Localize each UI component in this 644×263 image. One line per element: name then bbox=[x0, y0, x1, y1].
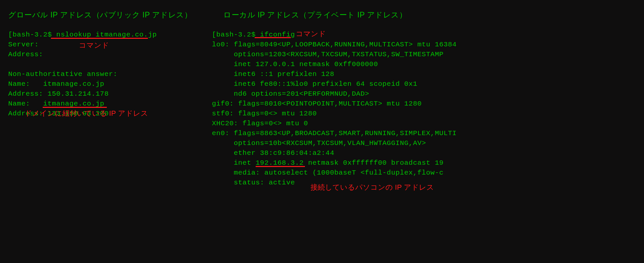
prompt-left: [bash-3.2$ bbox=[8, 31, 56, 38]
command-nslookup: nslookup itmanage.co.jp bbox=[56, 31, 157, 38]
annot-ip-right: 接続しているパソコンの IP アドレス bbox=[310, 182, 434, 192]
ip-local-highlight: 192.168.3.2 bbox=[256, 159, 304, 167]
annot-command-right: コマンド bbox=[296, 29, 326, 39]
annot-ip-left: ドメインに紐付いている IP アドレス bbox=[25, 108, 148, 118]
underline-command-left bbox=[51, 38, 148, 39]
annot-command-left: コマンド bbox=[79, 40, 109, 50]
title-local: ローカル IP アドレス（プライベート IP アドレス） bbox=[223, 10, 506, 20]
container: グローバル IP アドレス（パブリック IP アドレス） [bash-3.2$ … bbox=[0, 0, 513, 210]
terminal-right: [bash-3.2$ ifconfig lo0: flags=8049<UP,L… bbox=[212, 30, 506, 188]
output-nslookup: Server: Address: Non-authoritative answe… bbox=[8, 41, 118, 117]
underline-ip-right bbox=[256, 166, 305, 167]
underline-ip-left bbox=[43, 107, 107, 108]
panel-global-ip: グローバル IP アドレス（パブリック IP アドレス） [bash-3.2$ … bbox=[0, 0, 204, 210]
output-ifconfig-1: lo0: flags=8049<UP,LOOPBACK,RUNNING,MULT… bbox=[212, 41, 457, 167]
panel-local-ip: ローカル IP アドレス（プライベート IP アドレス） [bash-3.2$ … bbox=[204, 0, 513, 210]
title-global: グローバル IP アドレス（パブリック IP アドレス） bbox=[8, 10, 197, 20]
prompt-right: [bash-3.2$ bbox=[212, 31, 260, 38]
underline-command-right bbox=[255, 37, 291, 38]
